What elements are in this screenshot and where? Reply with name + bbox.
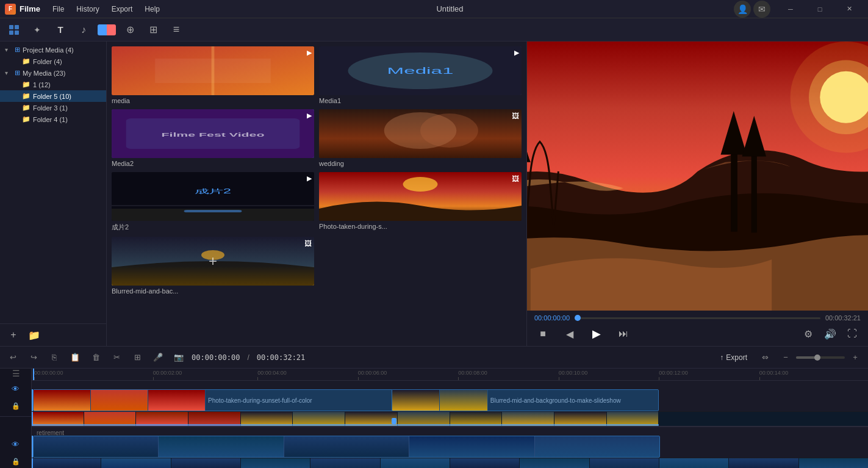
ruler-label-4: 00:00:08:00 — [458, 370, 487, 376]
redo-button[interactable]: ↪ — [26, 350, 41, 365]
media-item-media1[interactable]: Media1 ▶ Media1 — [319, 46, 522, 104]
delete-button[interactable]: 🗑 — [88, 350, 104, 365]
track2-lock-icon[interactable]: 🔒 — [8, 453, 24, 468]
group-button[interactable]: ⊞ — [129, 350, 145, 365]
zoom-out-button[interactable]: − — [778, 350, 794, 365]
effects-button[interactable]: ✦ — [28, 21, 46, 39]
media-grid: ▶ media Media1 ▶ Media1 — [107, 41, 526, 346]
retirement-clips-row — [32, 436, 868, 458]
minimize-button[interactable]: ─ — [777, 0, 805, 18]
folder-icon-4: 📁 — [22, 104, 30, 112]
menu-history[interactable]: History — [70, 0, 105, 18]
volume-icon[interactable]: 🔊 — [822, 325, 839, 342]
split-screen-button[interactable]: ⊞ — [144, 21, 162, 39]
fit-timeline-button[interactable]: ⇔ — [757, 350, 773, 365]
svg-rect-3 — [15, 31, 19, 35]
add-media-button[interactable]: + — [5, 328, 22, 342]
media-type-icon-2: ▶ — [307, 112, 312, 120]
menu-help[interactable]: Help — [138, 0, 166, 18]
preview-time-start: 00:00:00:00 — [534, 314, 570, 322]
tree-item-project-media[interactable]: ▾ ⊞ Project Media (4) — [0, 44, 106, 56]
clip-blurred[interactable]: Blurred-mid-and-background-to-make-slide… — [392, 389, 659, 411]
media-type-icon-1: ▶ — [514, 49, 519, 57]
playhead-retirement-filmstrip — [32, 458, 33, 468]
tree-item-1[interactable]: 📁 1 (12) — [0, 79, 106, 90]
mail-icon[interactable]: ✉ — [753, 1, 770, 18]
tree-item-folder5[interactable]: 📁 Folder 5 (10) — [0, 90, 106, 102]
chengpian2-label: 成片2 — [112, 223, 314, 232]
folder4-label: Folder 4 (1) — [33, 116, 68, 123]
ruler-label-1: 00:00:02:00 — [153, 370, 182, 376]
expand-icon-3: ▾ — [5, 70, 12, 76]
text-button[interactable]: T — [51, 21, 70, 39]
timeline-time-display: 00:00:00:00 — [192, 353, 240, 362]
tree-item-my-media[interactable]: ▾ ⊞ My Media (23) — [0, 67, 106, 79]
timeline: ↩ ↪ ⎘ 📋 🗑 ✂ ⊞ 🎤 📷 00:00:00:00 / 00:00:32… — [0, 346, 868, 468]
media-type-icon: ▶ — [307, 49, 312, 57]
folder-1-label: 1 (12) — [33, 81, 51, 88]
menu-export[interactable]: Export — [106, 0, 139, 18]
tree-item-folder4[interactable]: 📁 Folder 4 (1) — [0, 113, 106, 125]
fullscreen-icon[interactable]: ⛶ — [844, 325, 861, 342]
sticker-button[interactable]: ⊕ — [121, 21, 139, 39]
app-name: Filme — [20, 4, 40, 13]
preview-progress-dot[interactable] — [575, 315, 581, 321]
playhead-indicator — [33, 369, 34, 380]
user-avatar-icon[interactable]: 👤 — [734, 1, 751, 18]
close-button[interactable]: ✕ — [835, 0, 863, 18]
split-button[interactable]: ✂ — [109, 350, 124, 365]
maximize-button[interactable]: □ — [806, 0, 834, 18]
add-to-timeline-icon[interactable]: + — [112, 237, 314, 286]
prev-frame-button[interactable]: ◀ — [561, 325, 578, 342]
media-item-wedding[interactable]: 🖼 wedding — [319, 109, 522, 167]
play-button[interactable]: ▶ — [588, 325, 605, 342]
import-media-button[interactable] — [5, 21, 23, 39]
audio-button[interactable]: ♪ — [74, 21, 93, 39]
track1-eye-icon[interactable]: 👁 — [8, 381, 24, 397]
ruler-label-5: 00:00:10:00 — [559, 370, 588, 376]
export-button[interactable]: ↑ Export — [715, 351, 752, 364]
media-item-photo-taken[interactable]: 🖼 Photo-taken-during-s... — [319, 172, 522, 232]
track1-clips-row: Photo-taken-during-sunset-full-of-color … — [32, 389, 868, 411]
preview-progress-track[interactable] — [575, 317, 820, 319]
clip-photo-taken[interactable]: Photo-taken-during-sunset-full-of-color — [33, 389, 393, 411]
tree-item-folder[interactable]: 📁 Folder (4) — [0, 56, 106, 67]
svg-rect-0 — [9, 25, 13, 29]
settings-icon[interactable]: ⚙ — [800, 325, 817, 342]
timeline-header: ↩ ↪ ⎘ 📋 🗑 ✂ ⊞ 🎤 📷 00:00:00:00 / 00:00:32… — [0, 347, 868, 369]
playhead-audio — [32, 436, 33, 458]
tree-item-folder3[interactable]: 📁 Folder 3 (1) — [0, 102, 106, 113]
zoom-in-button[interactable]: + — [847, 350, 863, 365]
undo-button[interactable]: ↩ — [5, 350, 21, 365]
paste-button[interactable]: 📋 — [67, 350, 83, 365]
track2-eye-icon[interactable]: 👁 — [8, 436, 24, 452]
clip2-label: Blurred-mid-and-background-to-make-slide… — [490, 397, 621, 404]
export-label: Export — [726, 353, 747, 362]
svg-rect-1 — [15, 25, 19, 29]
stop-button[interactable]: ■ — [534, 325, 551, 342]
add-folder-button[interactable]: 📁 — [26, 328, 43, 342]
color-button[interactable] — [98, 21, 116, 39]
record-video-button[interactable]: 📷 — [171, 350, 187, 365]
user-icons: 👤 ✉ — [734, 1, 770, 18]
media-item-media[interactable]: ▶ media — [112, 46, 314, 104]
project-media-label: Project Media (4) — [23, 46, 74, 54]
copy-button[interactable]: ⎘ — [46, 350, 62, 365]
preview-panel: 00:00:00:00 00:00:32:21 ■ ◀ ▶ ⏭ ⚙ 🔊 ⛶ — [526, 41, 868, 346]
media-item-blurred[interactable]: + 🖼 Blurred-mid-and-bac... — [112, 237, 314, 295]
audio-track-retirement: retirement — [32, 427, 868, 458]
svg-text:Media1: Media1 — [387, 66, 454, 75]
clip1-label: Photo-taken-during-sunset-full-of-color — [208, 397, 312, 404]
preview-image — [527, 41, 868, 311]
menu-file[interactable]: File — [46, 0, 70, 18]
media-item-chengpian2[interactable]: 成片2 ▶ 成片2 — [112, 172, 314, 232]
clip-retirement[interactable] — [33, 436, 660, 458]
window-title: Untitled — [166, 4, 734, 13]
next-frame-button[interactable]: ⏭ — [615, 325, 632, 342]
timeline-hamburger[interactable]: ☰ — [0, 369, 32, 378]
playhead-filmstrip — [32, 412, 33, 426]
list-button[interactable]: ≡ — [167, 21, 185, 39]
record-audio-button[interactable]: 🎤 — [150, 350, 166, 365]
track1-lock-icon[interactable]: 🔒 — [8, 398, 24, 414]
media-item-media2[interactable]: Filme Fest Video ▶ Media2 — [112, 109, 314, 167]
